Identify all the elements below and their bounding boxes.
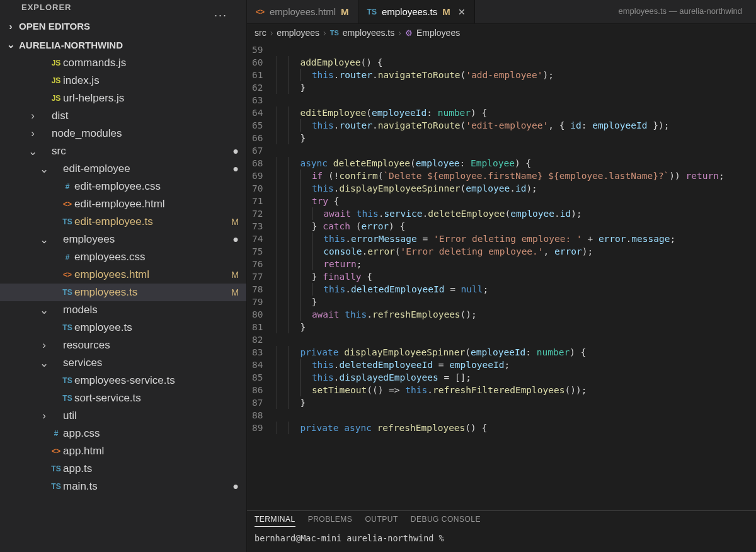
- code-line[interactable]: this.displayedEmployees = [];: [272, 371, 756, 384]
- breadcrumb-item[interactable]: employees: [277, 28, 319, 38]
- ts-icon: TS: [330, 29, 339, 37]
- folder-item[interactable]: ›node_modules: [0, 125, 246, 142]
- code-line[interactable]: async deleteEmployee(employee: Employee)…: [272, 157, 756, 170]
- panel-tab[interactable]: PROBLEMS: [308, 515, 353, 527]
- open-editors-header[interactable]: › OPEN EDITORS: [0, 17, 246, 35]
- js-icon: JS: [49, 59, 63, 67]
- editor-tab[interactable]: TSemployees.tsM✕: [358, 0, 475, 23]
- code-line[interactable]: await this.refreshEmployees();: [272, 308, 756, 321]
- code-line[interactable]: } finally {: [272, 270, 756, 283]
- folder-item[interactable]: ⌄employees●: [0, 231, 246, 248]
- modified-dot-icon: ●: [227, 234, 239, 245]
- panel-tabs: TERMINALPROBLEMSOUTPUTDEBUG CONSOLE: [255, 515, 748, 527]
- code-line[interactable]: }: [272, 396, 756, 409]
- file-label: edit-employee.html: [74, 198, 165, 210]
- file-item[interactable]: JScommands.js: [0, 54, 246, 72]
- code-line[interactable]: private displayEmployeeSpinner(employeeI…: [272, 346, 756, 359]
- modified-dot-icon: ●: [227, 163, 239, 175]
- code-line[interactable]: private async refreshEmployees() {: [272, 422, 756, 434]
- terminal-line[interactable]: bernhard@Mac-mini aurelia-northwind %: [255, 533, 748, 543]
- chevron-down-icon: ⌄: [39, 233, 49, 246]
- file-item[interactable]: JSurl-helpers.js: [0, 89, 246, 107]
- folder-item[interactable]: ⌄edit-employee●: [0, 160, 246, 178]
- breadcrumb-item[interactable]: ⚙Employees: [405, 28, 460, 38]
- code-line[interactable]: return;: [272, 258, 756, 270]
- code-line[interactable]: await this.service.deleteEmployee(employ…: [272, 207, 756, 220]
- code-line[interactable]: [272, 409, 756, 422]
- folder-item[interactable]: ⌄models: [0, 301, 246, 319]
- panel-tab[interactable]: TERMINAL: [255, 515, 295, 527]
- chevron-right-icon: ›: [28, 110, 38, 122]
- code-line[interactable]: this.router.navigateToRoute('add-employe…: [272, 69, 756, 81]
- file-item[interactable]: TSmain.ts●: [0, 478, 246, 495]
- code-line[interactable]: console.error('Error deleting employee.'…: [272, 245, 756, 258]
- folder-item[interactable]: ›resources: [0, 336, 246, 354]
- file-item[interactable]: <>edit-employee.html: [0, 195, 246, 213]
- code-line[interactable]: [272, 333, 756, 346]
- code-line[interactable]: }: [272, 132, 756, 144]
- code-line[interactable]: }: [272, 296, 756, 308]
- folder-item[interactable]: ›util: [0, 407, 246, 425]
- project-header[interactable]: ⌄ AURELIA-NORTHWIND: [0, 35, 246, 54]
- ts-icon: TS: [49, 482, 63, 491]
- code-line[interactable]: }: [272, 81, 756, 94]
- more-actions-icon[interactable]: ···: [214, 9, 227, 22]
- code-line[interactable]: if (!confirm(`Delete ${employee.firstNam…: [272, 170, 756, 182]
- panel-tab[interactable]: OUTPUT: [365, 515, 398, 527]
- breadcrumb-item[interactable]: TSemployees.ts: [330, 28, 395, 38]
- ts-icon: TS: [60, 394, 74, 403]
- line-number: 64: [252, 106, 263, 119]
- file-item[interactable]: TSemployees.tsM: [0, 284, 246, 301]
- line-number: 73: [252, 220, 263, 233]
- line-number: 80: [252, 308, 263, 321]
- code-line[interactable]: setTimeout(() => this.refreshFilteredEmp…: [272, 384, 756, 396]
- code-line[interactable]: this.errorMessage = 'Error deleting empl…: [272, 233, 756, 245]
- code-line[interactable]: this.deletedEmployeeId = null;: [272, 283, 756, 296]
- code-line[interactable]: this.displayEmployeeSpinner(employee.id)…: [272, 182, 756, 195]
- file-item[interactable]: TSapp.ts: [0, 460, 246, 478]
- line-number: 82: [252, 333, 263, 346]
- line-number: 79: [252, 296, 263, 308]
- file-item[interactable]: <>employees.htmlM: [0, 266, 246, 284]
- chevron-down-icon: ⌄: [6, 39, 15, 50]
- code-line[interactable]: editEmployee(employeeId: number) {: [272, 106, 756, 119]
- code-line[interactable]: [272, 43, 756, 56]
- file-item[interactable]: <>app.html: [0, 442, 246, 460]
- file-item[interactable]: TSemployee.ts: [0, 319, 246, 336]
- code-line[interactable]: } catch (error) {: [272, 220, 756, 233]
- code-line[interactable]: this.deletedEmployeeId = employeeId;: [272, 359, 756, 371]
- line-number: 81: [252, 321, 263, 333]
- line-number: 87: [252, 396, 263, 409]
- file-item[interactable]: TSedit-employee.tsM: [0, 213, 246, 231]
- file-label: dist: [52, 110, 68, 122]
- code-line[interactable]: [272, 94, 756, 106]
- css-icon: #: [49, 429, 63, 438]
- breadcrumb-item[interactable]: src: [255, 28, 266, 38]
- code-line[interactable]: }: [272, 321, 756, 333]
- breadcrumb-label: Employees: [416, 28, 460, 38]
- html-icon: <>: [49, 447, 63, 456]
- panel-tab[interactable]: DEBUG CONSOLE: [411, 515, 481, 527]
- code-line[interactable]: [272, 144, 756, 157]
- file-item[interactable]: #edit-employee.css: [0, 178, 246, 195]
- file-tree[interactable]: JScommands.jsJSindex.jsJSurl-helpers.js›…: [0, 54, 246, 552]
- close-icon[interactable]: ✕: [458, 7, 466, 17]
- file-item[interactable]: #employees.css: [0, 248, 246, 266]
- code-line[interactable]: addEmployee() {: [272, 56, 756, 69]
- file-item[interactable]: #app.css: [0, 425, 246, 442]
- tab-label: employees.html: [270, 6, 336, 17]
- folder-item[interactable]: ›dist: [0, 107, 246, 125]
- file-item[interactable]: TSemployees-service.ts: [0, 372, 246, 389]
- folder-item[interactable]: ⌄src●: [0, 142, 246, 160]
- code-editor[interactable]: 5960616263646566676869707172737475767778…: [247, 42, 756, 510]
- line-number: 63: [252, 94, 263, 106]
- folder-item[interactable]: ⌄services: [0, 354, 246, 372]
- editor-tab[interactable]: <>employees.htmlM: [247, 0, 358, 23]
- code-line[interactable]: try {: [272, 195, 756, 207]
- file-item[interactable]: TSsort-service.ts: [0, 389, 246, 407]
- code-line[interactable]: this.router.navigateToRoute('edit-employ…: [272, 119, 756, 132]
- breadcrumbs[interactable]: src›employees›TSemployees.ts›⚙Employees: [247, 24, 756, 42]
- file-item[interactable]: JSindex.js: [0, 72, 246, 89]
- tab-label: employees.ts: [382, 6, 437, 17]
- code-content[interactable]: addEmployee() { this.router.navigateToRo…: [272, 42, 756, 510]
